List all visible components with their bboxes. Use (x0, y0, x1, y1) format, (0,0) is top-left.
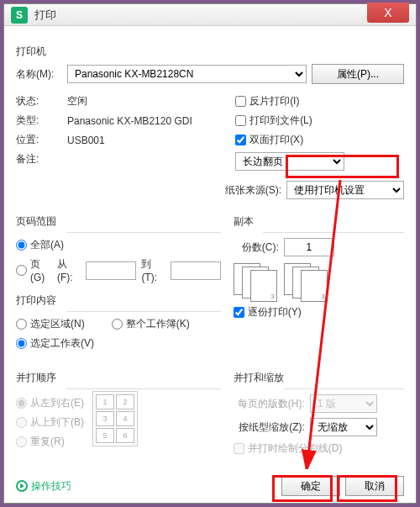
footer: 操作技巧 确定 取消 (4, 469, 416, 503)
status-value: 空闲 (67, 94, 87, 108)
content-selection-radio[interactable]: 选定区域(N) (16, 317, 85, 331)
order-keypad-icon: 12 34 56 (92, 391, 138, 446)
status-label: 状态: (16, 94, 62, 108)
content-workbook-radio[interactable]: 整个工作簿(K) (112, 317, 190, 331)
collate-preview: 1 2 3 1 2 3 (234, 263, 404, 298)
zoom-label: 按纸型缩放(Z): (234, 420, 305, 435)
copies-count-input[interactable] (284, 238, 334, 256)
cancel-button[interactable]: 取消 (345, 476, 404, 496)
titlebar: S 打印 X (4, 4, 416, 26)
cutlines-checkbox: 并打时绘制分割线(D) (234, 441, 343, 456)
copies-section-label: 副本 (234, 214, 404, 229)
tips-link[interactable]: 操作技巧 (16, 479, 281, 494)
close-button[interactable]: X (367, 3, 409, 23)
window-title: 打印 (34, 8, 367, 23)
printer-section-label: 打印机 (16, 45, 404, 59)
play-icon (16, 480, 28, 492)
app-icon: S (11, 7, 28, 24)
range-section-label: 页码范围 (16, 214, 221, 229)
from-label: 从(F): (57, 257, 81, 283)
reverse-print-checkbox[interactable]: 反片打印(I) (235, 94, 299, 108)
print-dialog: S 打印 X 打印机 名称(M): Panasonic KX-MB2128CN … (3, 3, 417, 504)
paper-source-label: 纸张来源(S): (225, 183, 281, 198)
type-label: 类型: (16, 114, 62, 128)
properties-button[interactable]: 属性(P)... (312, 64, 404, 84)
paper-source-select[interactable]: 使用打印机设置 (286, 181, 404, 199)
order-section-label: 并打顺序 (16, 371, 221, 385)
to-input[interactable] (171, 261, 221, 280)
scale-section-label: 并打和缩放 (234, 371, 404, 385)
range-pages-radio[interactable]: 页(G) (16, 257, 52, 283)
collate-checkbox[interactable]: 逐份打印(Y) (234, 305, 302, 320)
ok-button[interactable]: 确定 (281, 476, 340, 496)
to-label: 到(T): (141, 257, 165, 283)
duplex-mode-select[interactable]: 长边翻页 (235, 152, 344, 171)
content-sheet-radio[interactable]: 选定工作表(V) (16, 336, 94, 351)
print-to-file-checkbox[interactable]: 打印到文件(L) (235, 114, 312, 128)
pps-select: 1 版 (310, 394, 377, 413)
printer-name-label: 名称(M): (16, 67, 62, 82)
pps-label: 每页的版数(H): (234, 397, 305, 411)
location-value: USB001 (67, 135, 105, 146)
dialog-body: 打印机 名称(M): Panasonic KX-MB2128CN 属性(P)..… (4, 26, 416, 469)
printer-name-select[interactable]: Panasonic KX-MB2128CN (67, 65, 307, 83)
duplex-checkbox[interactable]: 双面打印(X) (235, 133, 303, 147)
location-label: 位置: (16, 133, 62, 147)
from-input[interactable] (86, 261, 136, 280)
order-lr-radio: 从左到右(E) (16, 396, 84, 410)
content-section-label: 打印内容 (16, 293, 221, 308)
order-repeat-radio: 重复(R) (16, 435, 65, 449)
range-all-radio[interactable]: 全部(A) (16, 238, 64, 252)
copies-count-label: 份数(C): (242, 240, 279, 255)
comment-label: 备注: (16, 152, 62, 166)
type-value: Panasonic KX-MB2120 GDI (67, 115, 192, 127)
order-tb-radio: 从上到下(B) (16, 415, 84, 430)
zoom-select[interactable]: 无缩放 (310, 418, 377, 436)
